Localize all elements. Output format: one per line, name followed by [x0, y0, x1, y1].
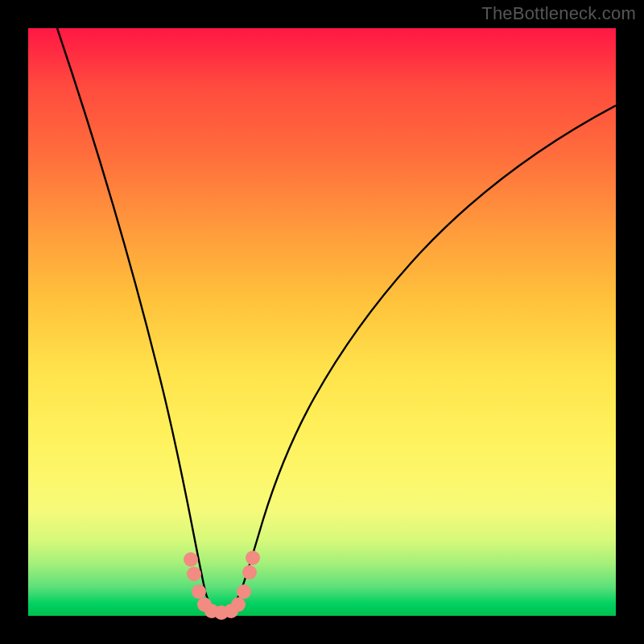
plot-area: [28, 28, 616, 616]
svg-point-0: [184, 552, 198, 567]
bottleneck-curve: [57, 28, 616, 613]
svg-point-7: [231, 597, 246, 612]
svg-point-8: [237, 584, 251, 599]
svg-point-1: [187, 567, 201, 581]
svg-point-9: [242, 565, 257, 580]
chart-frame: TheBottleneck.com: [0, 0, 644, 644]
svg-point-2: [192, 584, 206, 599]
svg-point-10: [246, 551, 260, 565]
curve-layer: [28, 28, 616, 616]
highlight-dots: [184, 551, 260, 620]
watermark-text: TheBottleneck.com: [481, 3, 636, 24]
